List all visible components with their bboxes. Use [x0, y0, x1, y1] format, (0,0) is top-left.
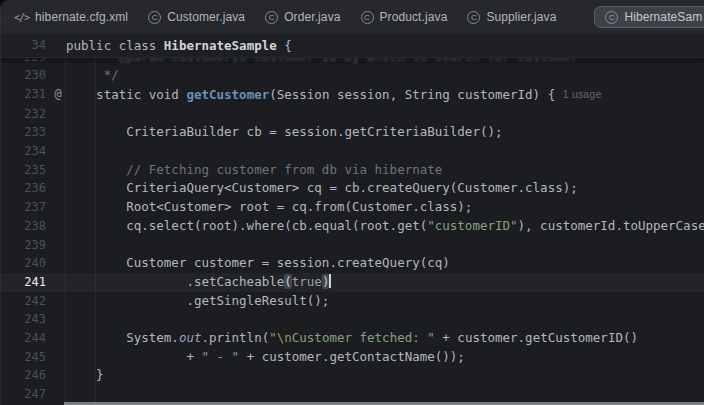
code-line-237[interactable]: 237 Root<Customer> root = cq.from(Custom…	[0, 198, 704, 217]
tab-label: Order.java	[284, 10, 340, 24]
xml-file-icon: </>	[14, 12, 29, 23]
gutter-slot	[50, 254, 66, 273]
code-line-244[interactable]: 244 System.out.println("\nCustomer fetch…	[0, 329, 704, 348]
gutter-slot	[50, 34, 66, 57]
code-token: )	[322, 274, 330, 289]
window-left-border	[0, 0, 1, 405]
line-number[interactable]: 235	[0, 161, 50, 180]
line-number[interactable]: 238	[0, 217, 50, 236]
code-line-233[interactable]: 233 CriteriaBuilder cb = session.getCrit…	[0, 123, 704, 142]
usage-hint: 1 usage	[563, 88, 602, 100]
code-token: Customer customer = session.createQuery(…	[66, 255, 450, 270]
code-line-231[interactable]: 231@ static void getCustomer(Session ses…	[0, 85, 704, 105]
text-caret	[329, 274, 331, 288]
line-number[interactable]: 245	[0, 348, 50, 367]
tab-label: Supplier.java	[486, 10, 556, 24]
code-text: Customer customer = session.createQuery(…	[66, 254, 704, 273]
line-number[interactable]: 243	[0, 310, 50, 329]
code-text: CriteriaQuery<Customer> cq = cb.createQu…	[66, 179, 704, 198]
code-token: CriteriaQuery<Customer> cq = cb.createQu…	[66, 180, 578, 195]
code-line-232[interactable]: 232	[0, 105, 704, 124]
tab-hibernatesam[interactable]: CHibernateSam	[594, 6, 704, 28]
code-text: System.out.println("\nCustomer fetched: …	[66, 329, 704, 348]
gutter-slot	[50, 198, 66, 217]
sticky-line-number: 34	[0, 34, 50, 57]
code-line-242[interactable]: 242 .getSingleResult();	[0, 292, 704, 311]
line-number[interactable]: 240	[0, 254, 50, 273]
code-token: getCustomer	[186, 87, 269, 102]
code-text: Root<Customer> root = cq.from(Customer.c…	[66, 198, 704, 217]
code-token: */	[66, 67, 119, 82]
code-token: {	[277, 38, 292, 53]
code-token: + customer.getCustomerID()	[435, 330, 638, 345]
tab-label: HibernateSam	[624, 10, 702, 24]
code-token: }	[66, 367, 104, 382]
code-line-243[interactable]: 243	[0, 310, 704, 329]
code-token: .setCacheable	[66, 274, 284, 289]
code-line-240[interactable]: 240 Customer customer = session.createQu…	[0, 254, 704, 273]
java-class-icon: C	[361, 11, 374, 24]
code-token: System.	[66, 330, 179, 345]
gutter-slot	[50, 217, 66, 236]
code-line-230[interactable]: 230 */	[0, 66, 704, 85]
line-number[interactable]: 236	[0, 179, 50, 198]
code-token: true	[292, 274, 322, 289]
gutter-slot	[50, 179, 66, 198]
code-text	[66, 142, 704, 161]
code-line-236[interactable]: 236 CriteriaQuery<Customer> cq = cb.crea…	[0, 179, 704, 198]
java-class-icon: C	[148, 11, 161, 24]
code-lines: 229 * @param customerId customer ID by w…	[0, 34, 704, 404]
line-number[interactable]: 230	[0, 66, 50, 85]
line-number[interactable]: 241	[0, 273, 50, 292]
line-number[interactable]: 244	[0, 329, 50, 348]
gutter-slot	[50, 310, 66, 329]
gutter-slot	[50, 66, 66, 85]
annotation-gutter-icon[interactable]: @	[50, 85, 66, 105]
code-line-239[interactable]: 239	[0, 236, 704, 255]
sticky-code-text: public class HibernateSample {	[66, 34, 704, 57]
line-number[interactable]: 233	[0, 123, 50, 142]
tab-hibernate-cfg-xml[interactable]: </>hibernate.cfg.xml	[14, 10, 128, 24]
gutter-slot	[50, 123, 66, 142]
code-text: .getSingleResult();	[66, 292, 704, 311]
code-token: +	[66, 349, 201, 364]
code-text: CriteriaBuilder cb = session.getCriteria…	[66, 123, 704, 142]
line-number[interactable]: 231	[0, 85, 50, 105]
sticky-class-declaration-line[interactable]: 34public class HibernateSample {	[0, 34, 704, 58]
java-class-icon: C	[467, 11, 480, 24]
code-token: HibernateSample	[164, 38, 277, 53]
code-line-245[interactable]: 245 + " - " + customer.getContactName())…	[0, 348, 704, 367]
code-token: .getSingleResult();	[66, 293, 329, 308]
code-line-234[interactable]: 234	[0, 142, 704, 161]
tab-supplier-java[interactable]: CSupplier.java	[467, 10, 556, 24]
tab-product-java[interactable]: CProduct.java	[361, 10, 448, 24]
code-line-241[interactable]: 241 .setCacheable(true)	[0, 273, 704, 292]
code-text: // Fetching customer from db via hiberna…	[66, 161, 704, 180]
code-text: static void getCustomer(Session session,…	[66, 85, 704, 105]
code-editor[interactable]: 229 * @param customerId customer ID by w…	[0, 34, 704, 405]
code-line-235[interactable]: 235 // Fetching customer from db via hib…	[0, 161, 704, 180]
tab-customer-java[interactable]: CCustomer.java	[148, 10, 245, 24]
line-number[interactable]: 242	[0, 292, 50, 311]
code-text	[66, 310, 704, 329]
tab-label: hibernate.cfg.xml	[35, 10, 128, 24]
gutter-slot	[50, 142, 66, 161]
tab-order-java[interactable]: COrder.java	[265, 10, 340, 24]
code-text: */	[66, 66, 704, 85]
line-number[interactable]: 239	[0, 236, 50, 255]
code-text: + " - " + customer.getContactName());	[66, 348, 704, 367]
line-number[interactable]: 234	[0, 142, 50, 161]
tab-label: Product.java	[380, 10, 448, 24]
code-token: Root<Customer> root = cq.from(Customer.c…	[66, 199, 472, 214]
code-text	[66, 105, 704, 124]
code-line-238[interactable]: 238 cq.select(root).where(cb.equal(root.…	[0, 217, 704, 236]
code-line-246[interactable]: 246 }	[0, 366, 704, 385]
code-token: // Fetching customer from db via hiberna…	[66, 162, 442, 177]
code-token: public class	[66, 38, 164, 53]
code-token: CriteriaBuilder cb = session.getCriteria…	[66, 124, 503, 139]
editor-tab-bar: </>hibernate.cfg.xmlCCustomer.javaCOrder…	[0, 0, 704, 35]
line-number[interactable]: 237	[0, 198, 50, 217]
line-number[interactable]: 247	[0, 385, 50, 404]
line-number[interactable]: 232	[0, 105, 50, 124]
line-number[interactable]: 246	[0, 366, 50, 385]
